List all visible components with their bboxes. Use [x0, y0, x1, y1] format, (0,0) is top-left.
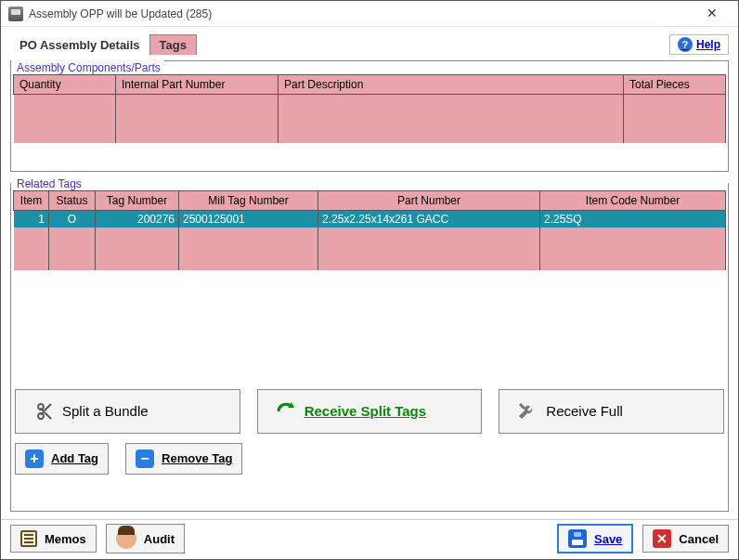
- receive-arrow-icon: [275, 400, 297, 423]
- col-mill-tag-number[interactable]: Mill Tag Number: [179, 190, 318, 210]
- plus-icon: +: [25, 449, 44, 468]
- cancel-button[interactable]: ✕ Cancel: [642, 525, 729, 553]
- receive-full-label: Receive Full: [546, 403, 623, 419]
- col-part-description[interactable]: Part Description: [279, 75, 624, 95]
- assembly-components-grid-wrap: Quantity Internal Part Number Part Descr…: [13, 74, 726, 169]
- save-label: Save: [594, 532, 622, 546]
- tab-po-assembly-details[interactable]: PO Assembly Details: [10, 35, 149, 55]
- cell-mill-tag-number: 2500125001: [179, 210, 318, 228]
- add-tag-label: Add Tag: [51, 451, 98, 465]
- table-row[interactable]: 1 O 200276 2500125001 2.25x2.25x14x261 G…: [14, 210, 726, 228]
- titlebar: Assembly OPP will be Updated (285) ✕: [1, 1, 738, 27]
- app-icon: [8, 7, 23, 21]
- cancel-icon: ✕: [653, 529, 671, 548]
- bundle-actions-row: Split a Bundle Receive Split Tags Receiv…: [11, 389, 728, 434]
- related-tags-group: Related Tags Item Status Tag Number Mill…: [10, 183, 729, 513]
- save-button[interactable]: Save: [557, 524, 633, 553]
- related-tags-grid[interactable]: Item Status Tag Number Mill Tag Number P…: [13, 190, 726, 382]
- add-tag-button[interactable]: + Add Tag: [15, 443, 109, 475]
- memos-button[interactable]: Memos: [10, 525, 97, 553]
- client-area: PO Assembly Details Tags ? Help Assembly…: [1, 27, 738, 519]
- related-tags-legend: Related Tags: [11, 176, 728, 190]
- remove-tag-button[interactable]: − Remove Tag: [125, 443, 242, 475]
- notebook-icon: [20, 530, 37, 547]
- col-quantity[interactable]: Quantity: [14, 75, 116, 95]
- memos-label: Memos: [45, 532, 86, 546]
- col-status[interactable]: Status: [49, 190, 96, 210]
- scissors-icon: [32, 400, 55, 423]
- assembly-components-legend: Assembly Components/Parts: [11, 59, 164, 74]
- close-icon[interactable]: ✕: [694, 5, 731, 23]
- wrench-icon: [516, 400, 538, 423]
- audit-label: Audit: [144, 532, 175, 546]
- audit-button[interactable]: Audit: [106, 524, 185, 553]
- cell-status: O: [49, 210, 96, 228]
- cell-item-code-number: 2.25SQ: [540, 210, 726, 228]
- tab-bar: PO Assembly Details Tags ? Help: [10, 33, 729, 57]
- help-button[interactable]: ? Help: [669, 34, 729, 55]
- col-total-pieces[interactable]: Total Pieces: [624, 75, 726, 95]
- receive-full-button[interactable]: Receive Full: [499, 389, 724, 434]
- cancel-label: Cancel: [679, 532, 719, 546]
- assembly-components-group: Assembly Components/Parts Quantity Inter…: [10, 60, 729, 172]
- split-bundle-button[interactable]: Split a Bundle: [15, 389, 240, 434]
- col-internal-part[interactable]: Internal Part Number: [116, 75, 279, 95]
- help-label: Help: [696, 38, 720, 51]
- detective-icon: [116, 528, 136, 549]
- col-tag-number[interactable]: Tag Number: [96, 190, 179, 210]
- assembly-components-grid[interactable]: Quantity Internal Part Number Part Descr…: [13, 74, 726, 169]
- cell-item: 1: [14, 210, 49, 228]
- tag-actions-row: + Add Tag − Remove Tag: [11, 443, 728, 480]
- col-part-number[interactable]: Part Number: [318, 190, 540, 210]
- col-item-code-number[interactable]: Item Code Number: [540, 190, 726, 210]
- minus-icon: −: [136, 449, 154, 468]
- receive-split-tags-label: Receive Split Tags: [305, 403, 426, 419]
- remove-tag-label: Remove Tag: [162, 451, 232, 465]
- footer-bar: Memos Audit Save ✕ Cancel: [1, 519, 738, 559]
- related-tags-grid-wrap: Item Status Tag Number Mill Tag Number P…: [13, 190, 726, 382]
- cell-tag-number: 200276: [96, 210, 179, 228]
- save-icon: [568, 529, 587, 548]
- split-bundle-label: Split a Bundle: [62, 403, 149, 419]
- window-title: Assembly OPP will be Updated (285): [29, 7, 694, 20]
- receive-split-tags-button[interactable]: Receive Split Tags: [257, 389, 483, 434]
- window-root: Assembly OPP will be Updated (285) ✕ PO …: [0, 0, 739, 560]
- col-item[interactable]: Item: [14, 190, 49, 210]
- tab-tags[interactable]: Tags: [149, 34, 197, 55]
- help-icon: ?: [678, 37, 693, 52]
- cell-part-number: 2.25x2.25x14x261 GACC: [318, 210, 540, 228]
